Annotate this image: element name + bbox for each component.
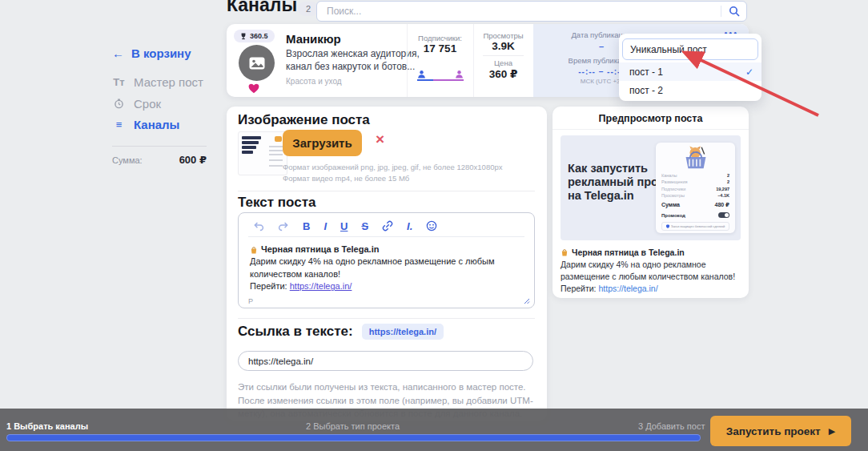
redo-icon[interactable] xyxy=(278,221,289,232)
preview-post-link[interactable]: https://telega.in/ xyxy=(598,284,657,293)
rating-badge: 360.5 xyxy=(234,30,275,42)
views-price-block: Просмотры 3.9K Цена 360 ₽ xyxy=(473,24,533,80)
page: ← В корзину Тт Мастер пост Срок ≡ Каналы… xyxy=(0,0,868,451)
trophy-icon xyxy=(240,33,247,40)
search-input[interactable] xyxy=(325,5,714,18)
subscribers-block: Подписчики: 17 751 xyxy=(407,24,473,54)
thumbnail-illustration xyxy=(275,136,282,142)
preview-post-body: Дарим скидку 4% на одно рекламное размещ… xyxy=(561,259,741,283)
link-input[interactable] xyxy=(238,351,533,371)
channel-category: Красота и уход xyxy=(286,77,342,86)
rating-value: 360.5 xyxy=(250,32,268,40)
subscribers-value: 17 751 xyxy=(407,42,473,54)
sum-value: 600 ₽ xyxy=(179,154,207,166)
dropdown-option-post-1[interactable]: пост - 1 ✓ xyxy=(619,62,762,81)
post-link[interactable]: https://telega.in/ xyxy=(290,281,352,291)
image-placeholder-icon xyxy=(249,57,265,70)
female-person-icon xyxy=(455,70,464,79)
views-label: Просмотры xyxy=(473,31,533,40)
back-to-cart-link[interactable]: ← В корзину xyxy=(112,46,191,60)
wizard-footer: 1 Выбрать каналы 2 Выбрать тип проекта 3… xyxy=(0,409,868,451)
mini-stat-row: Размещения2 xyxy=(661,179,729,184)
promo-toggle xyxy=(718,212,729,218)
favorite-heart-icon[interactable] xyxy=(248,83,259,94)
resize-handle-icon[interactable] xyxy=(524,298,530,304)
play-icon: ▶ xyxy=(829,426,835,437)
audience-range-slider[interactable] xyxy=(417,70,464,83)
post-type-dropdown: Уникальный пост пост - 1 ✓ пост - 2 xyxy=(619,34,762,101)
preview-image: Как запустить рекламный проект на Telega… xyxy=(561,135,741,240)
link-icon[interactable] xyxy=(382,220,393,232)
undo-icon[interactable] xyxy=(253,221,264,232)
subscribers-label: Подписчики: xyxy=(407,34,473,42)
sidebar-item-label: Мастер пост xyxy=(134,75,203,89)
checkmark-icon: ✓ xyxy=(745,66,753,78)
dropdown-option-unique-post[interactable]: Уникальный пост xyxy=(622,38,758,60)
sidebar-item-label: Каналы xyxy=(134,118,179,131)
shopping-bag-icon xyxy=(561,248,569,256)
clear-format-icon[interactable]: I. xyxy=(407,221,412,232)
sum-row: Сумма: 600 ₽ xyxy=(112,154,207,166)
image-format-hint: Формат изображений png, jpg, jpeg, gif, … xyxy=(283,163,503,171)
post-image-thumbnail[interactable] xyxy=(238,131,287,175)
strikethrough-icon[interactable]: S xyxy=(361,221,368,232)
dropdown-option-post-2[interactable]: пост - 2 xyxy=(619,81,762,99)
post-title-text: Черная пятница в Telega.in xyxy=(261,244,379,256)
link-section-title: Ссылка в тексте: xyxy=(238,324,353,340)
stat-divider xyxy=(483,55,524,56)
editor-content[interactable]: Черная пятница в Telega.in Дарим скидку … xyxy=(239,237,534,293)
list-icon: ≡ xyxy=(112,119,126,131)
video-format-hint: Формат видео mp4, не более 15 Мб xyxy=(283,174,409,183)
post-body-text: Дарим скидку 4% на одно рекламное размещ… xyxy=(250,256,523,280)
sidebar-item-term[interactable]: Срок xyxy=(112,97,161,111)
left-arrow-icon: ← xyxy=(112,46,124,60)
preview-divider xyxy=(553,129,749,130)
text-section-title: Текст поста xyxy=(238,195,315,211)
clock-icon xyxy=(112,99,126,109)
preview-post-text: Черная пятница в Telega.in Дарим скидку … xyxy=(561,248,741,293)
sidebar-item-label: Срок xyxy=(134,97,161,111)
price-value: 360 ₽ xyxy=(473,67,533,80)
upload-button[interactable]: Загрузить xyxy=(283,130,362,156)
detected-link-badge[interactable]: https://telega.in/ xyxy=(362,324,444,340)
views-value: 3.9K xyxy=(473,40,533,52)
search-bar xyxy=(316,1,747,22)
sidebar-item-channels[interactable]: ≡ Каналы xyxy=(112,118,179,131)
preview-post-title: Черная пятница в Telega.in xyxy=(572,248,685,257)
editor-toolbar: B I U S I. xyxy=(239,213,534,236)
price-label: Цена xyxy=(473,58,533,67)
post-preview-card: Предпросмотр поста Как запустить рекламн… xyxy=(553,107,749,298)
step-select-channels[interactable]: 1 Выбрать каналы xyxy=(6,421,88,431)
preview-title: Предпросмотр поста xyxy=(553,113,749,124)
shopping-bag-icon xyxy=(250,246,258,254)
italic-icon[interactable]: I xyxy=(323,221,327,232)
post-link-prefix: Перейти: xyxy=(250,281,287,291)
mini-secure-note: Заказ защищен безопасной сделкой xyxy=(661,222,729,231)
step-add-post[interactable]: 3 Добавить пост xyxy=(638,421,705,431)
underline-icon[interactable]: U xyxy=(340,221,348,232)
mini-stat-row: Подписчики19,297 xyxy=(661,187,729,191)
preview-link-prefix: Перейти: xyxy=(561,284,597,293)
mini-promo-row: Промокод xyxy=(661,212,729,218)
step-select-project-type[interactable]: 2 Выбрать тип проекта xyxy=(306,421,400,431)
search-icon[interactable] xyxy=(721,6,740,17)
mini-stat-row: Просмотры~4.1K xyxy=(661,193,729,198)
section-divider xyxy=(238,191,535,191)
emoji-icon[interactable] xyxy=(426,220,437,232)
sum-label: Сумма: xyxy=(112,155,143,165)
bold-icon[interactable]: B xyxy=(303,221,310,232)
remove-image-icon[interactable]: × xyxy=(376,131,384,147)
sidebar-divider xyxy=(112,146,207,147)
wizard-progress-bar xyxy=(6,434,701,441)
male-person-icon xyxy=(417,70,426,79)
preview-mini-card: Каналы2 Размещения2 Подписчики19,297 Про… xyxy=(656,143,735,233)
section-divider xyxy=(238,318,535,319)
channel-name[interactable]: Маникюр xyxy=(286,32,341,46)
mini-stat-row: Каналы2 xyxy=(661,173,729,178)
sidebar-item-master-post[interactable]: Тт Мастер пост xyxy=(112,75,203,89)
back-link-label: В корзину xyxy=(131,46,191,60)
post-form-card: Изображение поста Загрузить × Формат изо… xyxy=(227,107,547,421)
slider-track-active xyxy=(417,79,433,81)
shield-icon xyxy=(666,224,669,228)
launch-project-button[interactable]: Запустить проект ▶ xyxy=(710,416,851,446)
